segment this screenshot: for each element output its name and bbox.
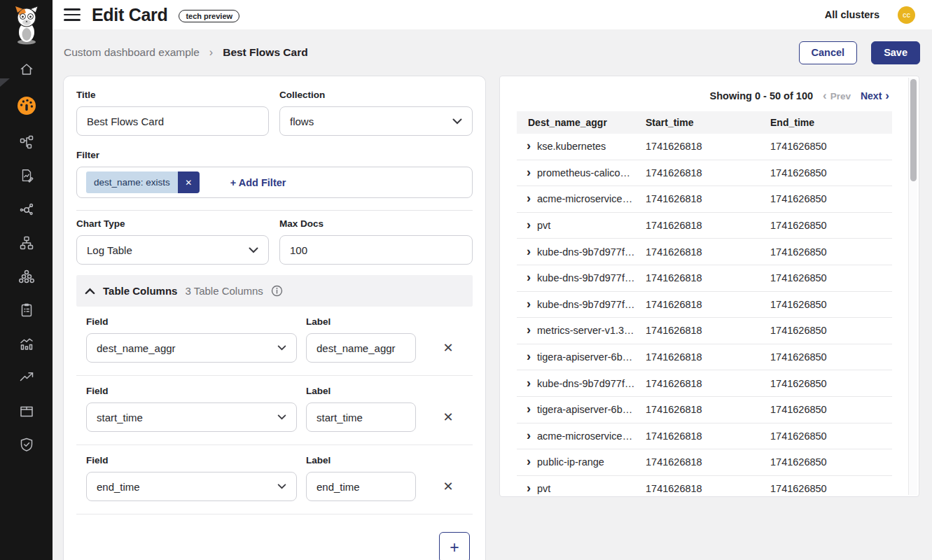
trending-up-icon[interactable]	[16, 370, 37, 385]
row-expand-icon[interactable]: ›	[527, 351, 531, 363]
row-expand-icon[interactable]: ›	[527, 325, 531, 336]
dest-name-value: tigera-apiserver-6b…	[537, 404, 632, 415]
table-header-row: Dest_name_aggr Start_time End_time	[517, 111, 892, 134]
end-time-value: 1741626850	[767, 272, 892, 284]
start-time-value: 1741626818	[643, 246, 767, 258]
column-header-dest-name-aggr: Dest_name_aggr	[517, 117, 643, 128]
field-select[interactable]: dest_name_aggr	[86, 333, 297, 363]
active-page-flag	[0, 78, 10, 87]
field-value: start_time	[97, 412, 143, 424]
title-label: Title	[76, 90, 269, 100]
service-graph-icon[interactable]	[16, 202, 37, 217]
field-label: Field	[86, 455, 297, 465]
menu-hamburger-icon[interactable]	[64, 8, 81, 21]
table-row[interactable]: › tigera-apiserver-6b… 1741626818 174162…	[517, 397, 892, 424]
chevron-down-icon	[277, 414, 286, 420]
row-expand-icon[interactable]: ›	[527, 430, 531, 442]
chart-type-select[interactable]: Log Table	[76, 235, 269, 265]
network-topology-icon[interactable]	[16, 134, 37, 150]
field-select[interactable]: start_time	[86, 402, 297, 432]
vertical-scrollbar[interactable]	[908, 78, 917, 495]
end-time-value: 1741626850	[767, 378, 892, 389]
end-time-value: 1741626850	[767, 325, 892, 336]
scrollbar-thumb[interactable]	[910, 79, 917, 181]
title-input[interactable]	[76, 106, 269, 136]
remove-column-icon[interactable]: ✕	[443, 342, 453, 354]
chevron-down-icon	[249, 247, 258, 253]
table-row[interactable]: › tigera-apiserver-6b… 1741626818 174162…	[517, 344, 892, 371]
field-label: Field	[86, 386, 297, 396]
cluster-group-icon[interactable]	[16, 269, 37, 284]
table-row[interactable]: › kube-dns-9b7d977f… 1741626818 17416268…	[517, 292, 892, 318]
end-time-value: 1741626850	[767, 141, 892, 152]
table-columns-accordion[interactable]: Table Columns 3 Table Columns	[76, 275, 473, 307]
add-filter-link[interactable]: + Add Filter	[230, 177, 286, 188]
end-time-value: 1741626850	[767, 456, 892, 468]
cancel-button[interactable]: Cancel	[799, 41, 858, 64]
filter-chip-remove-icon[interactable]: ✕	[178, 172, 200, 193]
home-icon[interactable]	[16, 62, 37, 77]
chart-type-value: Log Table	[87, 244, 132, 256]
save-button[interactable]: Save	[871, 41, 920, 64]
row-expand-icon[interactable]: ›	[527, 167, 531, 178]
table-row[interactable]: › pvt 1741626818 1741626850	[517, 213, 892, 239]
table-column-editor: Field Label end_time ✕	[76, 455, 473, 514]
end-time-value: 1741626850	[767, 483, 892, 494]
field-select[interactable]: end_time	[86, 472, 297, 501]
cluster-selector[interactable]: All clusters	[825, 9, 879, 20]
row-expand-icon[interactable]: ›	[527, 404, 531, 415]
end-time-value: 1741626850	[767, 193, 892, 204]
archive-box-icon[interactable]	[16, 403, 37, 419]
start-time-value: 1741626818	[643, 193, 767, 204]
remove-column-icon[interactable]: ✕	[443, 480, 453, 493]
row-expand-icon[interactable]: ›	[527, 246, 531, 258]
breadcrumb-parent[interactable]: Custom dashboard example	[64, 46, 200, 59]
table-row[interactable]: › public-ip-range 1741626818 1741626850	[517, 449, 892, 476]
table-row[interactable]: › kse.kubernetes 1741626818 1741626850	[517, 134, 892, 160]
row-expand-icon[interactable]: ›	[527, 378, 531, 389]
table-row[interactable]: › pvt 1741626818 1741626850	[517, 476, 892, 497]
end-time-value: 1741626850	[767, 404, 892, 415]
row-expand-icon[interactable]: ›	[527, 456, 531, 468]
shield-check-icon[interactable]	[16, 437, 37, 452]
info-icon[interactable]	[271, 285, 283, 297]
report-edit-icon[interactable]	[16, 168, 37, 183]
remove-column-icon[interactable]: ✕	[443, 411, 453, 424]
table-row[interactable]: › acme-microservice… 1741626818 17416268…	[517, 424, 892, 450]
table-column-editor: Field Label start_time ✕	[76, 386, 473, 445]
dest-name-value: public-ip-range	[537, 456, 604, 468]
prev-page-button[interactable]: ‹ Prev	[823, 91, 851, 102]
row-expand-icon[interactable]: ›	[527, 220, 531, 231]
row-expand-icon[interactable]: ›	[527, 299, 531, 310]
clipboard-list-icon[interactable]	[16, 302, 37, 318]
collection-select[interactable]: flows	[279, 106, 473, 136]
row-expand-icon[interactable]: ›	[527, 193, 531, 204]
row-expand-icon[interactable]: ›	[527, 272, 531, 284]
table-row[interactable]: › prometheus-calico… 1741626818 17416268…	[517, 160, 892, 187]
max-docs-input[interactable]	[279, 235, 473, 265]
dashboard-gauge-icon[interactable]	[16, 95, 37, 116]
start-time-value: 1741626818	[643, 378, 767, 389]
bar-chart-icon[interactable]	[16, 336, 37, 351]
filter-box[interactable]: dest_name: exists ✕ + Add Filter	[76, 167, 473, 198]
tree-hierarchy-icon[interactable]	[16, 235, 37, 251]
user-avatar[interactable]: cc	[898, 6, 915, 24]
breadcrumb-current: Best Flows Card	[223, 46, 307, 59]
dest-name-value: kube-dns-9b7d977f…	[537, 378, 634, 389]
table-row[interactable]: › metrics-server-v1.3… 1741626818 174162…	[517, 318, 892, 344]
table-row[interactable]: › kube-dns-9b7d977f… 1741626818 17416268…	[517, 370, 892, 397]
breadcrumb-bar: Custom dashboard example › Best Flows Ca…	[53, 29, 932, 76]
dest-name-value: kube-dns-9b7d977f…	[537, 272, 634, 284]
row-expand-icon[interactable]: ›	[527, 141, 531, 152]
table-row[interactable]: › acme-microservice… 1741626818 17416268…	[517, 186, 892, 213]
row-expand-icon[interactable]: ›	[527, 483, 531, 494]
label-input[interactable]	[306, 333, 416, 363]
add-column-button[interactable]: +	[439, 532, 470, 560]
card-editor-form: Title Collection flows Filter dest_name:…	[63, 76, 486, 560]
filter-chip: dest_name: exists ✕	[86, 172, 200, 193]
label-input[interactable]	[306, 472, 416, 501]
label-input[interactable]	[306, 402, 416, 432]
table-row[interactable]: › kube-dns-9b7d977f… 1741626818 17416268…	[517, 265, 892, 292]
table-row[interactable]: › kube-dns-9b7d977f… 1741626818 17416268…	[517, 239, 892, 265]
next-page-button[interactable]: Next ›	[861, 90, 889, 102]
